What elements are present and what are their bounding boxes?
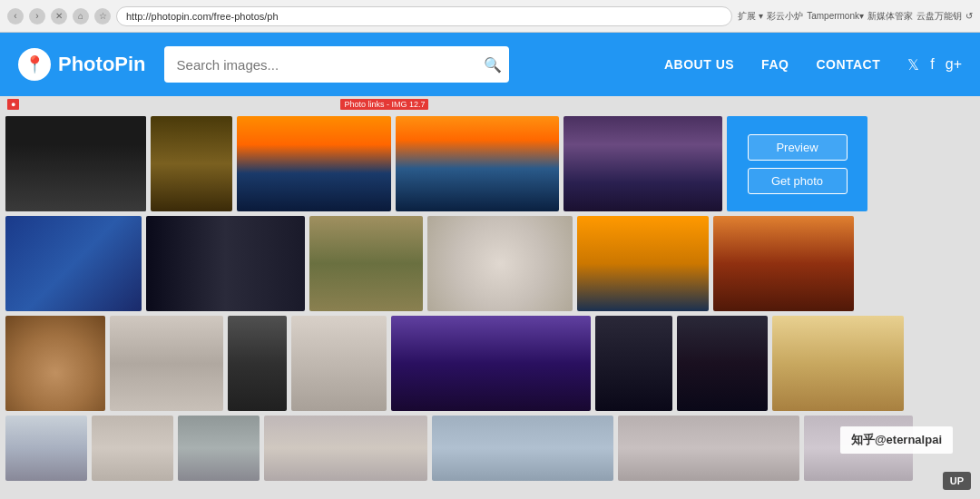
photo-item[interactable] bbox=[291, 316, 387, 411]
url-text: http://photopin.com/free-photos/ph bbox=[126, 11, 279, 22]
forward-button[interactable]: › bbox=[29, 8, 45, 24]
facebook-icon[interactable]: f bbox=[930, 56, 934, 73]
photo-item[interactable] bbox=[618, 416, 799, 481]
photo-item[interactable] bbox=[595, 316, 672, 411]
photo-item[interactable] bbox=[577, 216, 709, 311]
top-strip: ● Photo links - IMG 12.7 bbox=[0, 96, 980, 113]
back-button[interactable]: ‹ bbox=[7, 8, 24, 24]
red-tag-1: ● bbox=[7, 99, 19, 110]
photo-row-4 bbox=[5, 416, 975, 481]
photo-item[interactable] bbox=[110, 316, 223, 411]
photo-item[interactable] bbox=[5, 416, 87, 481]
address-bar[interactable]: http://photopin.com/free-photos/ph bbox=[116, 6, 732, 26]
extension-colorcloud: 彩云小炉 bbox=[767, 10, 803, 23]
extension-media: 新媒体管家 bbox=[867, 10, 913, 23]
search-button[interactable]: 🔍 bbox=[484, 56, 502, 73]
search-input[interactable] bbox=[164, 46, 509, 83]
refresh-button[interactable]: ↺ bbox=[965, 11, 973, 21]
extension-yunpan: 云盘万能钥 bbox=[916, 10, 962, 23]
home-button[interactable]: ⌂ bbox=[73, 8, 89, 24]
photo-item[interactable] bbox=[772, 316, 904, 411]
search-bar-wrapper: 🔍 bbox=[164, 46, 509, 83]
extension-text: 扩展 ▾ bbox=[738, 10, 763, 23]
red-tag-2: Photo links - IMG 12.7 bbox=[340, 99, 428, 110]
extensions-area: 扩展 ▾ 彩云小炉 Tampermonk▾ 新媒体管家 云盘万能钥 ↺ bbox=[738, 10, 973, 23]
photo-item[interactable] bbox=[396, 116, 559, 211]
bookmark-button[interactable]: ☆ bbox=[94, 8, 111, 24]
photo-rows: Preview Get photo bbox=[0, 113, 980, 484]
logo-text: PhotoPin bbox=[58, 53, 146, 76]
photo-item[interactable] bbox=[564, 116, 722, 211]
logo-icon: 📍 bbox=[18, 48, 51, 81]
faq-link[interactable]: FAQ bbox=[761, 57, 789, 72]
contact-link[interactable]: CONTACT bbox=[816, 57, 880, 72]
photo-item[interactable] bbox=[432, 416, 613, 481]
photo-item[interactable] bbox=[92, 416, 173, 481]
social-icons: 𝕏 f g+ bbox=[907, 56, 962, 73]
up-button[interactable]: UP bbox=[943, 472, 971, 490]
preview-button[interactable]: Preview bbox=[748, 134, 848, 161]
photo-grid-area: ● Photo links - IMG 12.7 Preview Get pho bbox=[0, 96, 980, 499]
googleplus-icon[interactable]: g+ bbox=[946, 56, 962, 73]
photo-row-2 bbox=[5, 216, 975, 311]
photo-item[interactable] bbox=[178, 416, 260, 481]
close-button[interactable]: ✕ bbox=[51, 8, 67, 24]
photo-row-3 bbox=[5, 316, 975, 411]
photo-item[interactable] bbox=[264, 416, 427, 481]
watermark: 知乎@eternalpai bbox=[840, 426, 953, 454]
photo-item[interactable] bbox=[391, 316, 591, 411]
photo-item[interactable] bbox=[5, 116, 146, 211]
photo-item[interactable] bbox=[228, 316, 287, 411]
photo-item[interactable] bbox=[713, 216, 854, 311]
photo-item[interactable] bbox=[427, 216, 573, 311]
photo-item-highlighted[interactable]: Preview Get photo bbox=[727, 116, 867, 211]
photo-item[interactable] bbox=[237, 116, 391, 211]
photo-item[interactable] bbox=[5, 316, 105, 411]
photo-row-1: Preview Get photo bbox=[5, 116, 975, 211]
photo-item[interactable] bbox=[677, 316, 768, 411]
about-us-link[interactable]: ABOUT US bbox=[664, 57, 734, 72]
navbar: 📍 PhotoPin 🔍 ABOUT US FAQ CONTACT 𝕏 f g+ bbox=[0, 33, 980, 96]
extension-tampermonkey: Tampermonk▾ bbox=[807, 11, 864, 21]
twitter-icon[interactable]: 𝕏 bbox=[907, 56, 919, 73]
photo-item[interactable] bbox=[146, 216, 305, 311]
photo-item[interactable] bbox=[5, 216, 142, 311]
photo-item[interactable] bbox=[151, 116, 232, 211]
browser-chrome: ‹ › ✕ ⌂ ☆ http://photopin.com/free-photo… bbox=[0, 0, 980, 33]
get-photo-button[interactable]: Get photo bbox=[748, 168, 848, 194]
nav-links: ABOUT US FAQ CONTACT 𝕏 f g+ bbox=[664, 56, 962, 73]
logo-area: 📍 PhotoPin bbox=[18, 48, 146, 81]
photo-item[interactable] bbox=[309, 216, 423, 311]
